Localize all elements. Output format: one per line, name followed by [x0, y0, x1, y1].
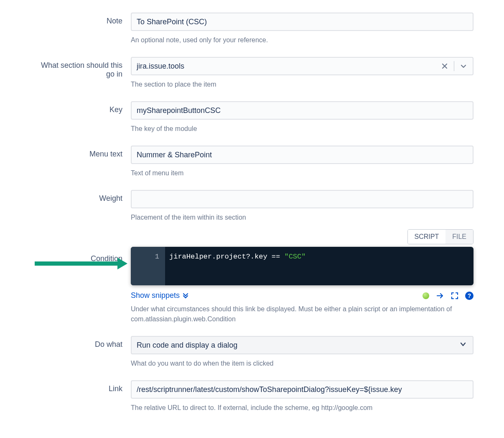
key-row: Key The key of the module [31, 101, 473, 141]
menu-text-help: Text of menu item [131, 168, 473, 178]
code-string: "CSC" [284, 253, 305, 261]
section-help: The section to place the item [131, 79, 473, 90]
code-tabs: SCRIPT FILE [407, 229, 473, 244]
do-what-value: Run code and display a dialog [132, 341, 453, 350]
clear-icon[interactable] [439, 60, 451, 72]
editor-footer-icons: ? [423, 292, 473, 300]
weight-row: Weight Placement of the item within its … [31, 190, 473, 230]
form-container: Note An optional note, used only for you… [31, 13, 473, 420]
help-icon[interactable]: ? [465, 292, 473, 300]
key-label: Key [31, 101, 131, 114]
chevron-down-icon [453, 341, 473, 350]
section-row: What section should this go in jira.issu… [31, 57, 473, 97]
status-dot-icon [423, 292, 429, 299]
code-body[interactable]: jiraHelper.project?.key == "CSC" [165, 247, 473, 285]
condition-row: Condition SCRIPT FILE 1 jiraHelper.proje… [31, 247, 473, 332]
condition-help: Under what circumstances should this lin… [131, 304, 473, 324]
menu-text-input[interactable] [131, 146, 473, 164]
section-label: What section should this go in [31, 57, 131, 79]
condition-label: Condition [31, 247, 131, 263]
link-help: The relative URL to direct to. If extern… [131, 403, 473, 413]
code-editor[interactable]: 1 jiraHelper.project?.key == "CSC" [131, 247, 473, 285]
section-select[interactable]: jira.issue.tools [131, 57, 473, 75]
key-help: The key of the module [131, 124, 473, 134]
weight-input[interactable] [131, 190, 473, 208]
link-label: Link [31, 380, 131, 393]
note-help: An optional note, used only for your ref… [131, 35, 473, 45]
menu-text-row: Menu text Text of menu item [31, 146, 473, 186]
code-section: SCRIPT FILE 1 jiraHelper.project?.key ==… [131, 247, 473, 300]
section-value: jira.issue.tools [132, 62, 439, 71]
weight-help: Placement of the item within its section [131, 213, 473, 223]
do-what-row: Do what Run code and display a dialog Wh… [31, 336, 473, 376]
link-row: Link The relative URL to direct to. If e… [31, 380, 473, 420]
note-input[interactable] [131, 13, 473, 31]
menu-text-label: Menu text [31, 146, 131, 159]
note-label: Note [31, 13, 131, 26]
do-what-help: What do you want to do when the item is … [131, 359, 473, 369]
chevron-double-down-icon [182, 292, 189, 299]
link-input[interactable] [131, 380, 473, 399]
note-row: Note An optional note, used only for you… [31, 13, 473, 53]
editor-footer: Show snippets ? [131, 291, 473, 300]
tab-file[interactable]: FILE [445, 230, 473, 244]
do-what-select[interactable]: Run code and display a dialog [131, 336, 473, 354]
key-input[interactable] [131, 101, 473, 120]
show-snippets-link[interactable]: Show snippets [131, 291, 189, 300]
code-plain: jiraHelper.project?.key == [169, 253, 284, 261]
show-snippets-label: Show snippets [131, 291, 180, 300]
tab-script[interactable]: SCRIPT [408, 230, 446, 244]
chevron-down-icon[interactable] [458, 60, 469, 72]
weight-label: Weight [31, 190, 131, 203]
code-gutter: 1 [131, 247, 165, 285]
do-what-label: Do what [31, 336, 131, 349]
expand-icon[interactable] [451, 292, 458, 300]
separator [454, 61, 454, 71]
run-arrow-icon[interactable] [436, 292, 444, 300]
